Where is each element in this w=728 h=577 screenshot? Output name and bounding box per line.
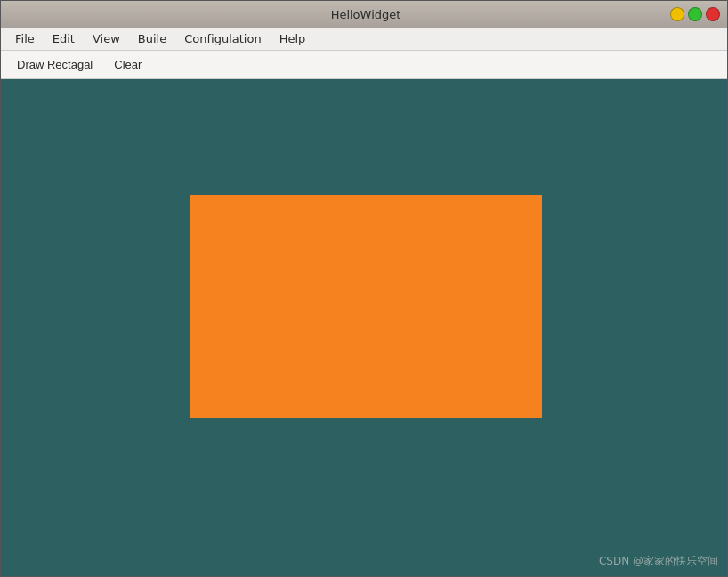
menu-file[interactable]: File — [8, 30, 42, 47]
menu-buile[interactable]: Buile — [131, 30, 174, 47]
canvas-area[interactable]: CSDN @家家的快乐空间 — [1, 79, 727, 576]
menu-bar: File Edit View Buile Configulation Help — [1, 28, 727, 51]
window-controls — [670, 7, 720, 21]
menu-help[interactable]: Help — [272, 30, 313, 47]
close-button[interactable] — [706, 7, 720, 21]
maximize-button[interactable] — [688, 7, 702, 21]
toolbar: Draw Rectagal Clear — [1, 51, 727, 79]
window-title: HelloWidget — [61, 8, 670, 21]
menu-configulation[interactable]: Configulation — [177, 30, 268, 47]
menu-edit[interactable]: Edit — [45, 30, 82, 47]
main-window: HelloWidget File Edit View Buile Configu… — [0, 0, 728, 577]
title-bar: HelloWidget — [1, 1, 727, 28]
menu-view[interactable]: View — [85, 30, 127, 47]
minimize-button[interactable] — [670, 7, 684, 21]
drawn-rectangle — [190, 195, 542, 418]
draw-rect-button[interactable]: Draw Rectagal — [8, 55, 101, 74]
clear-button[interactable]: Clear — [105, 55, 150, 74]
watermark: CSDN @家家的快乐空间 — [599, 554, 718, 569]
